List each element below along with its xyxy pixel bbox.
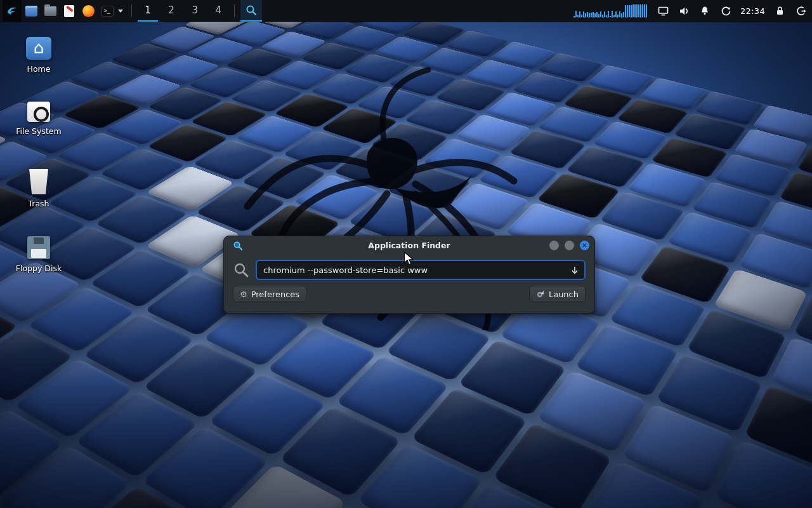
cpu-graph[interactable] [573, 4, 648, 18]
bell-icon [700, 6, 710, 16]
cpu-bar [621, 13, 622, 17]
desktop-icon-label: Home [27, 64, 51, 74]
cpu-bar [640, 4, 641, 17]
cpu-bar [627, 5, 628, 17]
lock-icon [775, 6, 785, 16]
cpu-bar [593, 12, 594, 17]
cpu-bar [594, 13, 596, 17]
cpu-bar [632, 4, 634, 17]
cpu-bar [583, 11, 584, 17]
panel-separator [131, 4, 132, 17]
clock[interactable]: 22:34 [740, 6, 765, 16]
volume-button[interactable] [678, 0, 690, 22]
lock-screen-button[interactable] [773, 0, 786, 22]
cpu-bar [615, 11, 617, 17]
dialog-body: ⚙ Preferences Launch [224, 255, 594, 309]
cpu-bar [589, 13, 590, 17]
speaker-icon [679, 6, 690, 16]
desktop-icon-floppy-disk[interactable]: Floppy Disk [0, 236, 77, 273]
desktop-icon-label: Floppy Disk [16, 264, 62, 273]
panel-separator [234, 4, 235, 17]
cpu-bar [625, 5, 626, 17]
cpu-bar [642, 4, 643, 17]
launch-button-label: Launch [549, 290, 579, 299]
cpu-bar [600, 11, 601, 17]
refresh-icon [721, 6, 731, 17]
desktop-icon-home[interactable]: ⌂ Home [0, 37, 77, 74]
cpu-bar [573, 16, 575, 17]
desktop-icon-label: Trash [28, 199, 49, 208]
launch-button[interactable]: Launch [529, 286, 586, 302]
desktop-icon-file-system[interactable]: File System [0, 102, 77, 136]
cpu-bar [581, 15, 582, 17]
titlebar[interactable]: Application Finder ✕ [224, 236, 594, 255]
cpu-bar [619, 11, 620, 17]
display-icon [658, 6, 669, 16]
preferences-button-label: Preferences [251, 290, 299, 299]
chevron-down-icon[interactable] [118, 10, 123, 13]
cpu-bar [617, 15, 619, 17]
maximize-button[interactable] [565, 241, 574, 250]
workspace-4[interactable]: 4 [208, 0, 228, 22]
window-controls: ✕ [549, 241, 589, 250]
preferences-button[interactable]: ⚙ Preferences [233, 286, 306, 302]
command-field-wrap [256, 260, 586, 280]
application-finder-window: Application Finder ✕ [223, 236, 595, 314]
desktop-icon-label: File System [16, 126, 62, 136]
home-icon: ⌂ [26, 37, 51, 60]
cpu-bar [612, 11, 613, 17]
window-title: Application Finder [224, 241, 594, 250]
cpu-bar [602, 15, 603, 17]
file-manager-launcher[interactable] [22, 0, 41, 22]
logout-button[interactable] [794, 0, 807, 22]
cpu-bar [613, 15, 615, 17]
terminal-launcher[interactable]: >_ [98, 0, 117, 22]
cpu-bar [579, 11, 580, 17]
firefox-launcher[interactable] [79, 0, 98, 22]
cpu-bar [608, 11, 609, 17]
top-panel: >_ 1 2 3 4 [0, 0, 812, 22]
text-editor-launcher[interactable] [60, 0, 79, 22]
logout-icon [796, 6, 806, 17]
gear-icon: ⚙ [240, 290, 247, 299]
kali-logo-icon [6, 4, 18, 17]
desktop-icon-trash[interactable]: Trash [0, 169, 77, 208]
workspace-switcher: 1 2 3 4 [138, 0, 228, 22]
launch-icon [536, 290, 545, 298]
firefox-icon [82, 5, 95, 17]
updates-button[interactable] [719, 0, 732, 22]
trash-icon [28, 169, 49, 194]
file-system-icon [27, 102, 50, 122]
display-settings-button[interactable] [657, 0, 669, 22]
notifications-button[interactable] [698, 0, 711, 22]
dropdown-arrow-icon[interactable] [570, 265, 579, 274]
cpu-bar [591, 13, 592, 17]
floppy-disk-icon [27, 236, 50, 259]
cpu-bar [631, 5, 632, 17]
cpu-bar [638, 4, 639, 17]
kali-menu-button[interactable] [3, 0, 22, 22]
app-finder-icon [233, 241, 243, 251]
folder-icon [44, 6, 56, 16]
cpu-bar [623, 12, 624, 17]
cpu-bar [629, 5, 630, 17]
cpu-bar [577, 15, 579, 17]
cpu-bar [644, 4, 645, 17]
minimize-button[interactable] [549, 241, 559, 250]
magnifier-icon [246, 4, 257, 16]
cpu-bar [598, 14, 599, 17]
command-input[interactable] [263, 265, 570, 275]
cpu-bar [636, 4, 638, 17]
workspace-2[interactable]: 2 [161, 0, 181, 22]
cpu-bar [604, 11, 605, 17]
cpu-bar [610, 16, 611, 17]
cpu-bar [585, 13, 586, 17]
taskbar-application-finder[interactable] [240, 0, 262, 22]
workspace-3[interactable]: 3 [185, 0, 205, 22]
files-launcher[interactable] [41, 0, 60, 22]
cpu-bar [634, 4, 636, 17]
workspace-1[interactable]: 1 [138, 0, 158, 22]
cpu-bar [606, 15, 607, 17]
text-editor-icon [64, 5, 74, 17]
close-button[interactable]: ✕ [580, 241, 589, 250]
